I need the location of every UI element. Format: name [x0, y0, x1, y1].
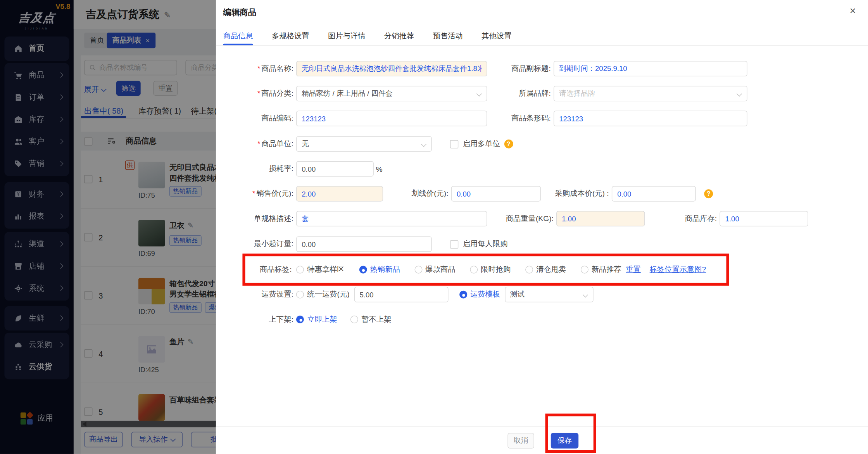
multi-unit-label: 启用多单位 [463, 139, 500, 149]
limit-checkbox[interactable] [450, 240, 458, 248]
field-label-loss: 损耗率: [223, 164, 293, 174]
modal-footer: 取消 保存 [216, 426, 868, 454]
field-label-min-order: 最小起订量: [223, 239, 293, 249]
tag-radio-group: 特惠拿样区 热销新品 爆款商品 限时抢购 清仓甩卖 新品推荐 [296, 265, 621, 275]
tab-presale[interactable]: 预售活动 [433, 28, 463, 45]
sale-price-input[interactable] [296, 186, 383, 202]
help-icon[interactable]: ? [504, 140, 513, 148]
field-label-name: *商品名称: [223, 64, 293, 74]
radio-icon [525, 266, 533, 273]
tag-option-new-recommend[interactable]: 新品推荐 [580, 265, 621, 275]
multi-unit-checkbox[interactable] [450, 140, 458, 148]
spec-desc-input[interactable] [296, 211, 487, 226]
radio-selected-icon [296, 316, 304, 323]
tab-multi-spec[interactable]: 多规格设置 [272, 28, 309, 45]
field-label-price: *销售价(元): [223, 189, 293, 199]
field-label-shelf: 上下架: [223, 314, 293, 325]
tag-option-hot-new[interactable]: 热销新品 [359, 265, 400, 275]
radio-icon [296, 266, 304, 273]
field-label-category: *商品分类: [223, 88, 293, 98]
modal-tabs: 商品信息 多规格设置 图片与详情 分销推荐 预售活动 其他设置 [216, 28, 868, 46]
product-code-input[interactable] [296, 111, 487, 126]
chevron-down-icon [582, 292, 588, 297]
reset-tag-link[interactable]: 重置 [626, 265, 641, 275]
radio-selected-icon [359, 266, 367, 273]
freight-template-radio[interactable]: 运费模板 [459, 290, 500, 300]
field-label-barcode: 商品条形码: [487, 114, 551, 124]
shelf-off-radio[interactable]: 暂不上架 [350, 314, 392, 325]
chevron-down-icon [737, 91, 742, 97]
field-label-weight: 商品重量(KG): [487, 214, 554, 224]
tag-position-link[interactable]: 标签位置示意图? [650, 265, 706, 275]
field-label-tags: 商品标签: [245, 265, 292, 275]
freight-flat-radio[interactable]: 统一运费(元) [296, 290, 350, 300]
unit-dropdown[interactable]: 无 [296, 136, 432, 152]
product-name-input[interactable] [296, 61, 487, 76]
tab-product-info[interactable]: 商品信息 [223, 28, 253, 45]
save-button[interactable]: 保存 [551, 433, 578, 449]
close-modal-icon[interactable]: × [850, 5, 856, 16]
chevron-down-icon [421, 142, 426, 147]
limit-label: 启用每人限购 [463, 239, 508, 249]
loss-rate-input[interactable] [296, 161, 374, 177]
radio-selected-icon [459, 291, 467, 299]
brand-dropdown[interactable]: 请选择品牌 [554, 86, 747, 101]
field-label-cost-price: 采购成本价(元) : [541, 189, 609, 199]
tag-option-sample[interactable]: 特惠拿样区 [296, 265, 345, 275]
tab-images-details[interactable]: 图片与详情 [328, 28, 365, 45]
highlight-box-tags: 商品标签: 特惠拿样区 热销新品 爆款商品 限时抢购 清仓甩卖 新品推荐 重置 … [242, 254, 729, 286]
product-subtitle-input[interactable] [554, 61, 747, 76]
cost-price-input[interactable] [612, 186, 696, 202]
edit-product-modal: 编辑商品 × 商品信息 多规格设置 图片与详情 分销推荐 预售活动 其他设置 *… [216, 0, 868, 454]
percent-suffix: % [376, 165, 383, 173]
category-dropdown[interactable]: 精品家纺 / 床上用品 / 四件套 [296, 86, 487, 101]
radio-icon [470, 266, 478, 273]
tag-option-bestseller[interactable]: 爆款商品 [414, 265, 456, 275]
field-label-subtitle: 商品副标题: [487, 64, 551, 74]
radio-icon [296, 291, 304, 299]
weight-input[interactable] [556, 211, 645, 226]
radio-icon [580, 266, 588, 273]
field-label-code: 商品编码: [223, 114, 293, 124]
tab-other-settings[interactable]: 其他设置 [481, 28, 511, 45]
radio-icon [350, 316, 358, 323]
field-label-stock: 商品库存: [645, 214, 717, 224]
app-window: V5.8 吉及点 JIJIDIAN 首页 商品 订单 [0, 0, 868, 454]
flat-freight-input[interactable] [354, 287, 448, 302]
field-label-unit: *商品单位: [223, 139, 293, 149]
cancel-button[interactable]: 取消 [507, 433, 534, 449]
help-icon[interactable]: ? [704, 189, 713, 198]
min-order-input[interactable] [296, 236, 432, 252]
field-label-strike-price: 划线价(元): [383, 189, 448, 199]
stock-input[interactable] [720, 211, 808, 226]
field-label-spec: 单规格描述: [223, 214, 293, 224]
modal-title: 编辑商品 [223, 7, 256, 18]
strike-price-input[interactable] [451, 186, 541, 202]
freight-template-dropdown[interactable]: 测试 [505, 287, 593, 302]
radio-icon [414, 266, 422, 273]
shelf-on-radio[interactable]: 立即上架 [296, 314, 337, 325]
field-label-freight: 运费设置: [223, 290, 293, 300]
tag-option-flash-sale[interactable]: 限时抢购 [470, 265, 511, 275]
field-label-brand: 所属品牌: [487, 88, 551, 98]
product-barcode-input[interactable] [554, 111, 747, 126]
tag-option-clearance[interactable]: 清仓甩卖 [525, 265, 566, 275]
tab-distribution[interactable]: 分销推荐 [384, 28, 414, 45]
chevron-down-icon [476, 91, 482, 97]
